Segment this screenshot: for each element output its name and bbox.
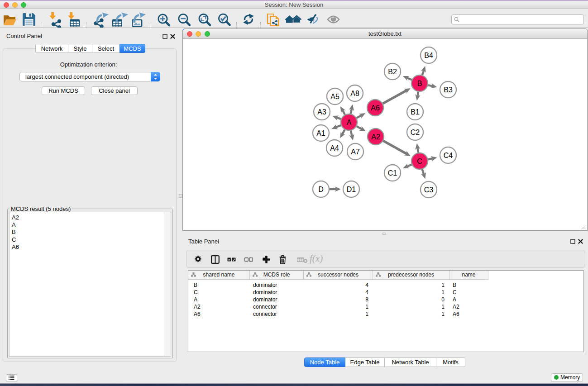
- svg-text:A1: A1: [316, 129, 325, 137]
- svg-text:C1: C1: [388, 169, 397, 177]
- svg-text:A3: A3: [317, 108, 326, 116]
- svg-text:A8: A8: [350, 90, 359, 97]
- svg-text:C3: C3: [424, 186, 434, 194]
- svg-text:A7: A7: [351, 148, 360, 156]
- svg-text:B1: B1: [411, 108, 420, 116]
- svg-text:C: C: [417, 157, 422, 165]
- svg-text:A2: A2: [371, 133, 380, 141]
- svg-text:C4: C4: [444, 152, 453, 159]
- svg-text:B3: B3: [444, 86, 453, 94]
- svg-text:B: B: [417, 80, 422, 87]
- svg-text:D1: D1: [347, 186, 356, 193]
- svg-text:B2: B2: [388, 68, 397, 76]
- svg-text:D: D: [318, 186, 324, 193]
- svg-text:A: A: [347, 119, 352, 126]
- svg-text:A6: A6: [371, 104, 380, 112]
- svg-text:B4: B4: [424, 52, 433, 59]
- svg-text:A4: A4: [330, 144, 339, 152]
- svg-text:A5: A5: [330, 93, 339, 100]
- svg-text:C2: C2: [411, 129, 420, 136]
